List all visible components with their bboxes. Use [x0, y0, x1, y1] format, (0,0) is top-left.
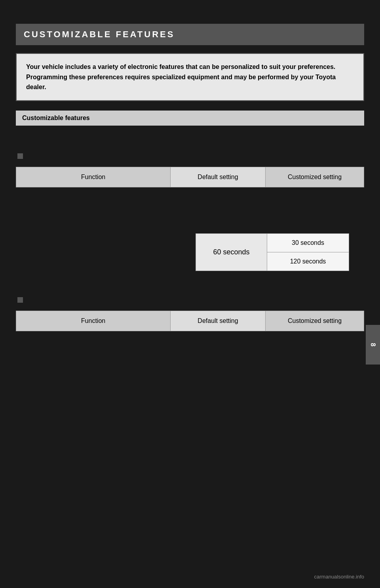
bullet-row-2 — [16, 297, 364, 307]
table-1-col-function: Function — [16, 167, 171, 187]
section-2: Function Default setting Customized sett… — [16, 297, 364, 331]
section-1: Function Default setting Customized sett… — [16, 153, 364, 271]
data-row-default: 60 seconds 30 seconds 120 seconds — [196, 234, 349, 271]
table-1-wrapper: Function Default setting Customized sett… — [16, 167, 364, 187]
table-1-header: Function Default setting Customized sett… — [16, 167, 364, 187]
spacer-2 — [16, 279, 364, 291]
footer-text: carmanualsonline.info — [314, 574, 364, 580]
page-title: Customizable features — [24, 29, 356, 40]
options-cells: 30 seconds 120 seconds — [267, 234, 349, 271]
info-box-text: Your vehicle includes a variety of elect… — [26, 62, 354, 92]
option-120s: 120 seconds — [267, 252, 349, 271]
sub-section-title: Customizable features — [16, 111, 364, 126]
side-tab-label: 8 — [369, 343, 376, 347]
section-bullet-2 — [17, 297, 23, 303]
page-title-bar: Customizable features — [16, 24, 364, 45]
table-1-col-customized: Customized setting — [266, 167, 364, 187]
spacer-1 — [16, 135, 364, 147]
default-value-cell: 60 seconds — [196, 234, 267, 271]
table-2-header: Function Default setting Customized sett… — [16, 311, 364, 331]
section-bullet-1 — [17, 153, 23, 159]
table-2-col-customized: Customized setting — [266, 311, 364, 331]
table-2-wrapper: Function Default setting Customized sett… — [16, 311, 364, 331]
page-container: Customizable features Your vehicle inclu… — [0, 0, 380, 588]
table-1-col-default: Default setting — [171, 167, 266, 187]
footer-bar: carmanualsonline.info — [314, 573, 364, 580]
data-table-60s: 60 seconds 30 seconds 120 seconds — [196, 233, 349, 271]
table-1-content-spacer — [16, 194, 364, 225]
sub-section-label: Customizable features — [22, 115, 90, 121]
table-2-col-default: Default setting — [171, 311, 266, 331]
bullet-row-1 — [16, 153, 364, 163]
side-tab: 8 — [366, 325, 380, 365]
info-box: Your vehicle includes a variety of elect… — [16, 53, 364, 101]
option-30s: 30 seconds — [267, 234, 349, 252]
table-2-col-function: Function — [16, 311, 171, 331]
main-content: Customizable features Your vehicle inclu… — [16, 24, 364, 564]
